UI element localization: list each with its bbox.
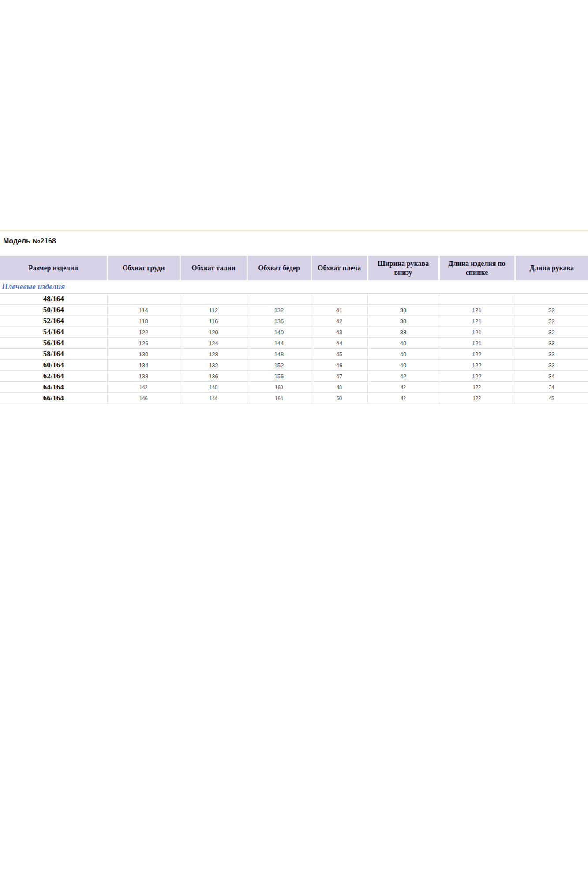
value-cell: 132 [180,360,247,371]
value-cell: 33 [515,360,588,371]
value-cell: 34 [515,371,588,382]
column-header: Длина рукава [515,256,588,280]
value-cell: 116 [180,316,247,327]
column-header: Обхват груди [107,256,180,280]
size-chart-header: Размер изделияОбхват грудиОбхват талииОб… [0,256,588,280]
value-cell [515,294,588,305]
value-cell: 42 [367,371,439,382]
size-cell: 56/164 [0,338,107,349]
table-row: 48/164 [0,294,588,305]
column-header: Размер изделия [0,256,107,280]
value-cell: 50 [311,393,367,404]
size-cell: 48/164 [0,294,107,305]
table-row: 62/164138136156474212234 [0,371,588,382]
value-cell: 121 [439,327,515,338]
size-cell: 60/164 [0,360,107,371]
table-row: 56/164126124144444012133 [0,338,588,349]
value-cell: 48 [311,382,367,393]
value-cell: 120 [180,327,247,338]
value-cell: 134 [107,360,180,371]
column-header: Длина изделия по спинке [439,256,515,280]
value-cell: 136 [247,316,311,327]
value-cell: 46 [311,360,367,371]
value-cell: 121 [439,316,515,327]
value-cell: 126 [107,338,180,349]
value-cell: 164 [247,393,311,404]
value-cell [439,294,515,305]
value-cell: 43 [311,327,367,338]
value-cell: 122 [439,360,515,371]
table-row: 66/164146144164504212245 [0,393,588,404]
value-cell: 122 [107,327,180,338]
value-cell: 34 [515,382,588,393]
value-cell: 33 [515,338,588,349]
value-cell: 32 [515,316,588,327]
value-cell: 118 [107,316,180,327]
value-cell: 152 [247,360,311,371]
value-cell: 144 [247,338,311,349]
value-cell: 146 [107,393,180,404]
separator-line [0,230,588,231]
value-cell: 140 [180,382,247,393]
value-cell: 41 [311,305,367,316]
column-header: Обхват бедер [247,256,311,280]
value-cell [367,294,439,305]
value-cell: 138 [107,371,180,382]
value-cell: 44 [311,338,367,349]
section-row: Плечевые изделия [0,280,588,294]
section-label: Плечевые изделия [0,280,588,294]
value-cell [180,294,247,305]
model-title: Модель №2168 [3,237,56,245]
table-row: 52/164118116136423812132 [0,316,588,327]
header-row: Размер изделияОбхват грудиОбхват талииОб… [0,256,588,280]
size-cell: 64/164 [0,382,107,393]
value-cell: 32 [515,327,588,338]
value-cell [247,294,311,305]
value-cell: 32 [515,305,588,316]
table-row: 64/164142140160484212234 [0,382,588,393]
size-chart-body: Плечевые изделия48/16450/164114112132413… [0,280,588,404]
table-row: 60/164134132152464012233 [0,360,588,371]
size-cell: 62/164 [0,371,107,382]
value-cell: 122 [439,349,515,360]
value-cell: 42 [367,393,439,404]
value-cell: 40 [367,338,439,349]
table-row: 58/164130128148454012233 [0,349,588,360]
value-cell [311,294,367,305]
value-cell: 121 [439,338,515,349]
value-cell: 114 [107,305,180,316]
value-cell: 42 [311,316,367,327]
value-cell: 130 [107,349,180,360]
value-cell: 121 [439,305,515,316]
size-cell: 50/164 [0,305,107,316]
value-cell [107,294,180,305]
value-cell: 45 [311,349,367,360]
table-row: 54/164122120140433812132 [0,327,588,338]
value-cell: 112 [180,305,247,316]
value-cell: 33 [515,349,588,360]
size-cell: 66/164 [0,393,107,404]
size-cell: 54/164 [0,327,107,338]
value-cell: 47 [311,371,367,382]
size-chart-table: Размер изделияОбхват грудиОбхват талииОб… [0,256,588,404]
value-cell: 160 [247,382,311,393]
value-cell: 142 [107,382,180,393]
column-header: Ширина рукава внизу [367,256,439,280]
value-cell: 148 [247,349,311,360]
value-cell: 124 [180,338,247,349]
value-cell: 122 [439,393,515,404]
value-cell: 144 [180,393,247,404]
column-header: Обхват плеча [311,256,367,280]
value-cell: 136 [180,371,247,382]
value-cell: 45 [515,393,588,404]
column-header: Обхват талии [180,256,247,280]
value-cell: 38 [367,316,439,327]
page: Модель №2168 Размер изделияОбхват грудиО… [0,0,588,882]
value-cell: 38 [367,327,439,338]
value-cell: 122 [439,382,515,393]
table-row: 50/164114112132413812132 [0,305,588,316]
value-cell: 40 [367,360,439,371]
value-cell: 132 [247,305,311,316]
value-cell: 122 [439,371,515,382]
value-cell: 140 [247,327,311,338]
